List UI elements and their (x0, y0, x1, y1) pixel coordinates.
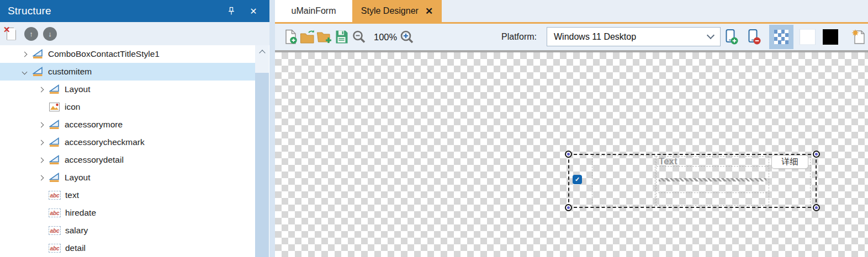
delete-item-button[interactable]: ✕ (4, 26, 18, 41)
remove-device-icon (747, 29, 761, 45)
delete-x-icon: ✕ (3, 25, 10, 35)
open-file-button[interactable] (300, 30, 316, 44)
scrollbar-thumb[interactable] (255, 73, 269, 257)
zoom-out-icon (352, 30, 367, 45)
tab-label: uMainForm (292, 6, 336, 16)
text-layout-placeholder[interactable]: Text (656, 156, 769, 206)
text-placeholder-label: Text (659, 157, 678, 167)
tree-item-label: Layout (65, 84, 91, 94)
icon-placeholder[interactable] (592, 156, 655, 206)
tree-row[interactable]: abc customitem (0, 63, 255, 81)
expander-icon[interactable] (36, 176, 45, 180)
zoom-level-label: 100% (374, 32, 397, 42)
checkerboard-icon (774, 30, 788, 44)
expander-icon[interactable] (20, 52, 29, 56)
selection-handle-bottom-left[interactable] (565, 204, 572, 211)
text-object-icon: abc (49, 191, 61, 200)
panel-title: Structure (8, 5, 51, 17)
move-down-button[interactable]: ↓ (43, 27, 57, 41)
add-device-icon (724, 29, 739, 45)
structure-toolbar: ✕ ↑ ↓ (0, 22, 269, 45)
tree-scrollbar[interactable] (255, 45, 269, 257)
style-object-icon (49, 137, 60, 147)
selected-style-item[interactable]: ✓ Text 详细 (568, 154, 817, 208)
up-arrow-icon: ↑ (29, 30, 33, 38)
expander-icon[interactable] (36, 88, 45, 92)
structure-panel: Structure ✕ ✕ ↑ ↓ (0, 0, 269, 257)
zoom-out-button[interactable] (352, 30, 367, 45)
move-up-button[interactable]: ↑ (24, 27, 38, 41)
platform-dropdown[interactable]: Windows 11 Desktop (547, 27, 721, 46)
checkmark-checkbox[interactable]: ✓ (573, 175, 582, 184)
tree-row[interactable]: abc salary (0, 222, 255, 239)
text-object-icon: abc (49, 226, 61, 235)
tab-style-designer[interactable]: Style Designer ✕ (352, 0, 442, 22)
tree-row[interactable]: abc accessorycheckmark (0, 133, 255, 151)
tree-item-label: customitem (48, 67, 92, 77)
zoom-in-button[interactable] (399, 29, 415, 45)
new-document-button[interactable] (285, 29, 298, 45)
tree-row[interactable]: abc Layout (0, 169, 255, 186)
chevron-down-icon (707, 31, 714, 39)
expander-icon[interactable] (36, 141, 45, 144)
design-canvas[interactable]: ✓ Text 详细 (275, 50, 868, 257)
tree-item-label: icon (65, 102, 80, 112)
tree-row[interactable]: abc ComboBoxContactTitleStyle1 (0, 45, 255, 63)
open-folder-icon (300, 30, 316, 44)
structure-panel-header: Structure ✕ (0, 0, 269, 22)
add-folder-button[interactable] (316, 30, 332, 44)
selection-handle-top-left[interactable] (565, 151, 572, 158)
tree-item-label: accessorymore (65, 120, 123, 130)
tree-row[interactable]: abc icon (0, 98, 255, 116)
tree-item-label: ComboBoxContactTitleStyle1 (48, 49, 160, 59)
detail-button-label: 详细 (782, 157, 798, 167)
white-background-button[interactable] (800, 29, 816, 45)
detail-accessory-button[interactable]: 详细 (771, 155, 808, 169)
editor-tabstrip: uMainForm Style Designer ✕ (275, 0, 868, 24)
expander-icon[interactable] (20, 70, 29, 74)
save-icon (335, 30, 348, 44)
tree-row[interactable]: abc detail (0, 239, 255, 257)
tree-item-label: salary (65, 226, 88, 235)
text-separator-line (658, 192, 767, 193)
expander-icon[interactable] (36, 158, 45, 162)
transparent-background-button[interactable] (769, 25, 793, 49)
selection-handle-bottom-right[interactable] (813, 204, 820, 211)
check-icon: ✓ (575, 176, 580, 183)
style-designer-toolbar: 100% Platform: Windows 11 Desktop (275, 24, 868, 50)
save-button[interactable] (335, 30, 348, 44)
style-object-icon (32, 49, 44, 59)
text-placeholder-row: Text (657, 157, 769, 167)
tree-item-label: accessorycheckmark (65, 137, 145, 147)
tree-row[interactable]: abc hiredate (0, 204, 255, 222)
tree-row[interactable]: abc text (0, 186, 255, 204)
down-arrow-icon: ↓ (48, 30, 52, 38)
text-hatch-placeholder (659, 178, 766, 181)
tab-label: Style Designer (361, 6, 419, 16)
add-folder-icon (316, 30, 332, 44)
tree-item-label: accessorydetail (65, 155, 124, 165)
tab-umainform[interactable]: uMainForm (275, 0, 352, 22)
close-tab-icon[interactable]: ✕ (425, 6, 433, 17)
new-style-button[interactable] (851, 29, 865, 45)
style-designer-window: Structure ✕ ✕ ↑ ↓ (0, 0, 868, 257)
style-object-icon (49, 84, 60, 94)
panel-splitter[interactable] (269, 0, 275, 257)
close-panel-icon[interactable]: ✕ (246, 4, 261, 18)
tree-item-label: hiredate (65, 208, 96, 218)
scroll-up-icon[interactable] (255, 45, 269, 61)
tree-row[interactable]: abc accessorymore (0, 116, 255, 133)
pin-icon[interactable] (224, 4, 239, 18)
expander-icon[interactable] (36, 123, 45, 127)
black-background-button[interactable] (823, 29, 838, 45)
tree-row[interactable]: abc Layout (0, 81, 255, 98)
editor-pane: uMainForm Style Designer ✕ (275, 0, 868, 257)
selection-handle-top-right[interactable] (813, 151, 820, 158)
new-style-icon (851, 29, 865, 45)
new-document-icon (285, 29, 298, 45)
text-object-icon: abc (49, 208, 61, 217)
style-object-icon (32, 67, 44, 77)
tree-row[interactable]: abc accessorydetail (0, 151, 255, 169)
add-platform-view-button[interactable] (724, 29, 739, 45)
remove-platform-view-button[interactable] (747, 29, 761, 45)
